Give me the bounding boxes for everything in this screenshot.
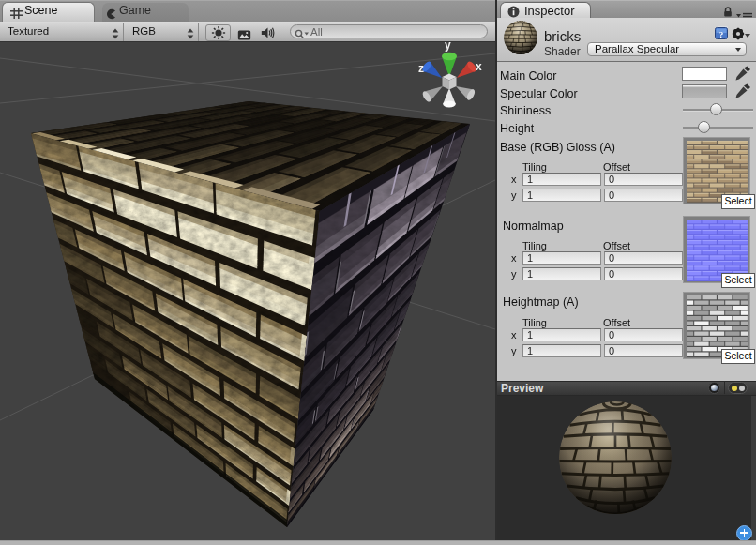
svg-text:z: z [418,62,424,75]
svg-text:?: ? [719,30,724,39]
svg-text:y: y [445,42,451,52]
svg-text:x: x [476,60,482,73]
